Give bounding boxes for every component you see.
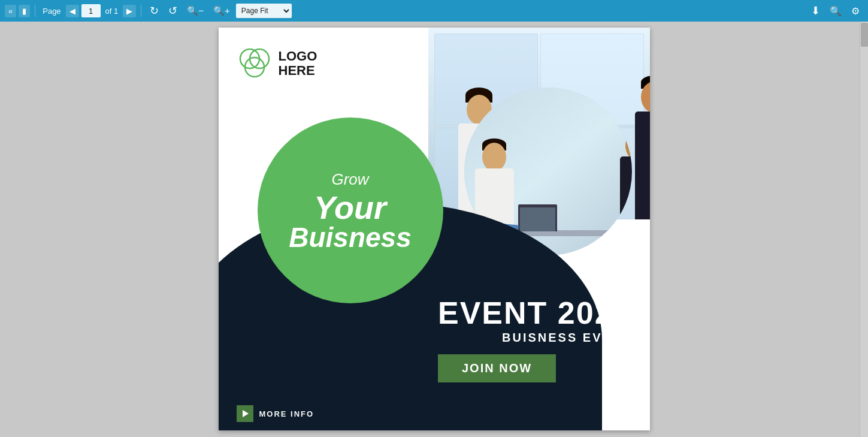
page-container: LOGO HERE xyxy=(0,22,868,437)
refresh-button[interactable]: ↻ xyxy=(146,2,162,20)
event-title: EVENT 2025 xyxy=(438,297,632,328)
circle-woman-head xyxy=(482,143,506,171)
separator-2 xyxy=(141,5,141,17)
logo-area: LOGO HERE xyxy=(237,46,317,82)
page-of-label: of 1 xyxy=(105,7,119,16)
play-icon xyxy=(240,408,250,419)
page-label: Page xyxy=(43,7,61,16)
man-body xyxy=(635,111,650,219)
search-button[interactable]: 🔍 xyxy=(826,3,845,19)
event-section: EVENT 2025 BUISNESS EVENT JOIN NOW xyxy=(438,297,632,382)
sidebar-icon: ▮ xyxy=(22,7,26,16)
green-circle: Grow Your Buisness xyxy=(258,117,443,303)
separator-1 xyxy=(35,5,35,17)
more-info-area: MORE INFO xyxy=(237,405,314,422)
page-number-input[interactable] xyxy=(81,4,101,17)
scrollbar[interactable] xyxy=(860,22,868,437)
main-area: LOGO HERE xyxy=(0,22,868,437)
undo-button[interactable]: ↺ xyxy=(165,2,181,20)
document-page: LOGO HERE xyxy=(219,28,650,430)
zoom-in-button[interactable]: 🔍+ xyxy=(210,3,234,19)
zoom-out-button[interactable]: 🔍− xyxy=(183,3,207,19)
logo-line2: HERE xyxy=(279,64,317,78)
circle-business-text: Buisness xyxy=(289,224,412,251)
logo-circles-icon xyxy=(237,46,273,82)
more-info-icon xyxy=(237,405,253,422)
page-prev-button[interactable]: ◀ xyxy=(66,5,79,17)
circle-grow-text: Grow xyxy=(331,170,368,189)
page-fit-dropdown[interactable]: Page Fit Page Width 50% 75% 100% 125% 15… xyxy=(236,4,292,18)
logo-text: LOGO HERE xyxy=(279,49,317,78)
settings-button[interactable]: ⚙ xyxy=(848,3,863,19)
scroll-thumb[interactable] xyxy=(861,23,868,47)
join-now-button[interactable]: JOIN NOW xyxy=(438,354,556,382)
circle-screen xyxy=(520,207,555,231)
circle-man-body xyxy=(620,156,632,255)
page-next-button[interactable]: ▶ xyxy=(123,5,136,17)
logo-line1: LOGO xyxy=(279,49,317,64)
circle-your-text: Your xyxy=(314,191,386,224)
svg-marker-3 xyxy=(243,410,249,417)
event-subtitle: BUISNESS EVENT xyxy=(438,331,632,345)
toolbar: « ▮ Page ◀ of 1 ▶ ↻ ↺ 🔍− 🔍+ Page Fit Pag… xyxy=(0,0,868,22)
collapse-button[interactable]: « xyxy=(5,5,16,17)
sidebar-toggle-button[interactable]: ▮ xyxy=(19,5,30,17)
collapse-icon: « xyxy=(8,7,13,16)
more-info-text: MORE INFO xyxy=(259,409,314,418)
download-button[interactable]: ⬇ xyxy=(807,2,824,20)
